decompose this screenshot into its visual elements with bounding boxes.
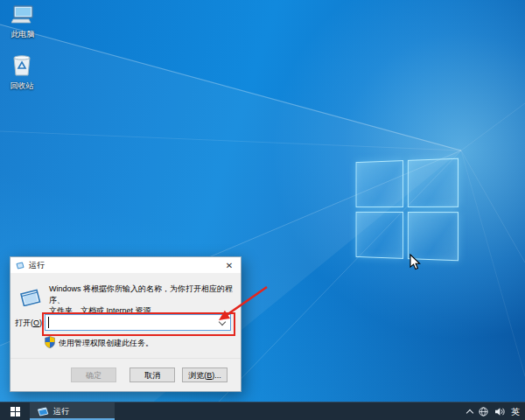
cancel-button[interactable]: 取消 bbox=[130, 368, 175, 382]
dialog-message-line1: Windows 将根据你所输入的名称，为你打开相应的程序、 bbox=[49, 284, 236, 305]
desktop-icon-label: 回收站 bbox=[4, 81, 39, 90]
language-indicator[interactable]: 英 bbox=[511, 402, 520, 420]
combobox-chevron-down-icon[interactable] bbox=[219, 318, 226, 326]
desktop-screen: 此电脑 回收站 运行 ✕ Windows 将根据你所输入的名称，为你打开相应的程… bbox=[0, 0, 525, 420]
volume-icon[interactable] bbox=[494, 407, 505, 416]
desktop-icon-this-pc[interactable]: 此电脑 bbox=[5, 5, 40, 38]
run-dialog-title-icon bbox=[16, 262, 24, 270]
close-icon: ✕ bbox=[226, 261, 233, 270]
run-icon bbox=[18, 287, 42, 306]
start-windows-icon bbox=[10, 407, 20, 416]
desktop-icon-recycle-bin[interactable]: 回收站 bbox=[4, 54, 39, 90]
dialog-message: Windows 将根据你所输入的名称，为你打开相应的程序、 文件夹、文档或 In… bbox=[49, 284, 236, 317]
windows-logo-pane bbox=[356, 212, 403, 259]
admin-permission-note: 使用管理权限创建此任务。 bbox=[59, 338, 153, 349]
taskbar-item-run[interactable]: 运行 bbox=[30, 402, 115, 420]
windows-logo-pane bbox=[407, 212, 458, 261]
this-pc-icon bbox=[11, 5, 34, 24]
open-combobox bbox=[45, 314, 231, 331]
uac-shield-icon bbox=[45, 336, 55, 348]
start-button[interactable] bbox=[0, 402, 30, 420]
open-field-label: 打开(O): bbox=[15, 315, 45, 331]
run-taskbar-icon bbox=[37, 407, 49, 416]
windows-logo-pane bbox=[407, 158, 458, 207]
taskbar-item-label: 运行 bbox=[53, 406, 69, 417]
recycle-bin-icon bbox=[12, 54, 32, 76]
ok-button[interactable]: 确定 bbox=[71, 368, 116, 382]
browse-button[interactable]: 浏览(B)... bbox=[182, 368, 228, 382]
run-dialog-titlebar[interactable]: 运行 ✕ bbox=[10, 257, 241, 273]
system-tray: 英 bbox=[467, 402, 525, 420]
run-dialog: 运行 ✕ Windows 将根据你所输入的名称，为你打开相应的程序、 文件夹、文… bbox=[10, 256, 242, 392]
dialog-title: 运行 bbox=[29, 260, 45, 271]
text-caret bbox=[48, 317, 49, 328]
tray-chevron-up-icon[interactable] bbox=[466, 409, 473, 416]
footer-divider bbox=[10, 358, 241, 359]
network-globe-icon[interactable] bbox=[479, 407, 488, 416]
desktop-icon-label: 此电脑 bbox=[5, 30, 40, 38]
windows-logo bbox=[356, 158, 458, 262]
close-button[interactable]: ✕ bbox=[218, 257, 241, 273]
windows-logo-pane bbox=[356, 160, 403, 207]
open-input[interactable] bbox=[46, 315, 214, 330]
taskbar: 运行 英 bbox=[0, 402, 525, 420]
